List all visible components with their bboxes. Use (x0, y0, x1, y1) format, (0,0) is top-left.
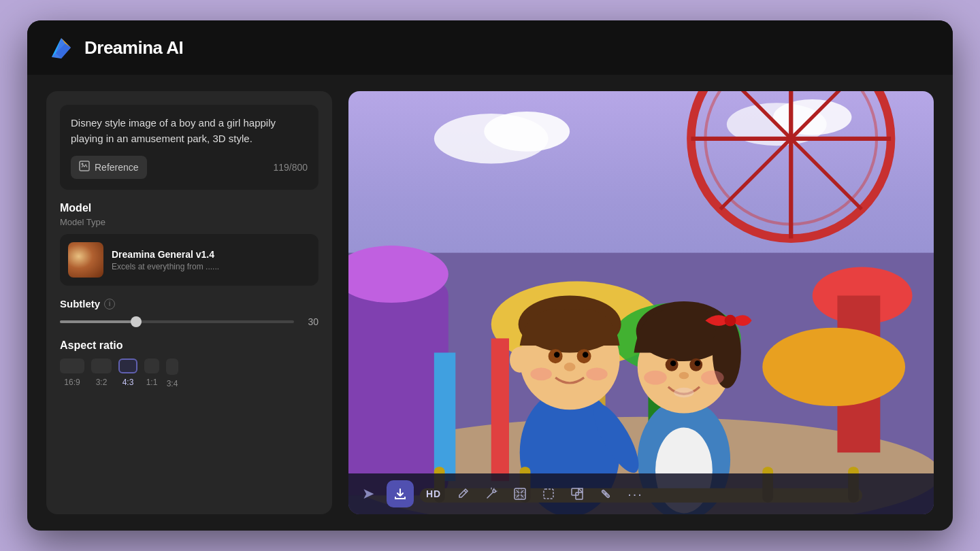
left-panel: Disney style image of a boy and a girl h… (46, 91, 332, 514)
svg-point-4 (484, 112, 570, 152)
model-section: Model Model Type Dreamina General v1.4 E… (60, 202, 318, 286)
svg-rect-15 (348, 282, 448, 496)
crop-button[interactable] (539, 484, 558, 503)
svg-point-34 (510, 347, 529, 373)
char-count: 119/800 (273, 162, 308, 173)
model-card[interactable]: Dreamina General v1.4 Excels at everythi… (60, 234, 318, 286)
svg-point-48 (701, 371, 724, 385)
svg-point-31 (554, 352, 559, 357)
reference-icon (79, 161, 90, 174)
slider-container: 30 (60, 316, 318, 327)
svg-rect-58 (514, 488, 525, 499)
expand-button[interactable] (510, 484, 529, 503)
svg-point-32 (583, 352, 588, 357)
scene-svg (348, 91, 934, 514)
logo-icon (46, 33, 76, 63)
model-info: Dreamina General v1.4 Excels at everythi… (112, 249, 219, 271)
svg-point-45 (679, 372, 689, 379)
svg-rect-24 (434, 352, 455, 481)
magic-wand-button[interactable] (482, 484, 501, 503)
model-thumbnail-inner (68, 242, 103, 278)
model-description: Excels at everything from ...... (112, 262, 219, 271)
download-button[interactable] (387, 480, 414, 507)
svg-rect-60 (572, 488, 578, 495)
model-title: Model (60, 202, 318, 214)
svg-point-23 (762, 328, 905, 406)
svg-point-64 (605, 493, 607, 495)
subtlety-section: Subtlety i 30 (60, 298, 318, 327)
reference-button[interactable]: Reference (71, 156, 147, 179)
aspect-ratio-box-1-1 (144, 358, 159, 373)
svg-point-57 (493, 490, 495, 492)
subtlety-slider-track (60, 320, 294, 323)
aspect-ratio-label-3-4: 3:4 (167, 379, 178, 388)
svg-point-43 (670, 361, 676, 366)
aspect-ratio-label-4-3: 4:3 (122, 378, 134, 387)
aspect-ratio-4-3[interactable]: 4:3 (118, 358, 137, 388)
svg-point-44 (695, 361, 700, 366)
prompt-area: Disney style image of a boy and a girl h… (60, 105, 318, 190)
resize-button[interactable] (568, 484, 587, 503)
aspect-ratio-box-4-3 (118, 358, 137, 373)
subtlety-info-icon[interactable]: i (104, 299, 115, 310)
subtlety-slider-fill (60, 320, 142, 323)
bandage-button[interactable] (596, 484, 615, 503)
svg-rect-61 (576, 492, 583, 499)
image-panel: ➤ HD (348, 91, 934, 514)
svg-point-49 (530, 367, 551, 380)
subtlety-header: Subtlety i (60, 298, 318, 310)
aspect-ratio-box-3-4 (166, 358, 178, 375)
svg-point-33 (564, 363, 576, 371)
subtlety-value: 30 (302, 316, 318, 327)
svg-point-46 (674, 388, 693, 398)
edit-button[interactable] (453, 484, 472, 503)
aspect-ratio-box-3-2 (91, 358, 112, 373)
prompt-text: Disney style image of a boy and a girl h… (71, 116, 308, 146)
aspect-ratio-label-1-1: 1:1 (146, 378, 158, 387)
subtlety-label: Subtlety (60, 298, 100, 310)
hd-button[interactable]: HD (423, 486, 444, 502)
model-type-label: Model Type (60, 217, 318, 227)
svg-rect-59 (544, 489, 553, 499)
aspect-ratio-3-4[interactable]: 3:4 (166, 358, 178, 388)
cursor-icon: ➤ (362, 485, 374, 503)
subtlety-slider-thumb[interactable] (131, 316, 142, 327)
prompt-footer: Reference 119/800 (71, 156, 308, 179)
aspect-ratio-16-9[interactable]: 16:9 (60, 358, 84, 388)
svg-point-40 (725, 315, 736, 327)
more-button[interactable]: ··· (625, 484, 646, 505)
svg-point-47 (644, 371, 667, 385)
model-thumbnail (68, 242, 103, 278)
model-name: Dreamina General v1.4 (112, 249, 219, 260)
aspect-ratio-1-1[interactable]: 1:1 (144, 358, 159, 388)
aspect-ratio-section: Aspect ratio 16:9 3:2 4:3 (60, 339, 318, 388)
aspect-ratio-grid: 16:9 3:2 4:3 1:1 (60, 358, 318, 388)
main-content: Disney style image of a boy and a girl h… (27, 75, 953, 531)
svg-point-50 (586, 367, 607, 380)
svg-point-1 (82, 163, 84, 165)
svg-rect-25 (491, 338, 509, 481)
aspect-ratio-3-2[interactable]: 3:2 (91, 358, 112, 388)
image-toolbar: ➤ HD (348, 473, 934, 514)
scene: ➤ HD (348, 91, 934, 514)
aspect-ratio-label-16-9: 16:9 (64, 378, 80, 387)
app-title: Dreamina AI (84, 37, 183, 59)
aspect-ratio-box-16-9 (60, 358, 84, 373)
reference-label: Reference (95, 162, 139, 173)
aspect-ratio-label-3-2: 3:2 (96, 378, 108, 387)
app-container: Dreamina AI Disney style image of a boy … (27, 20, 953, 531)
aspect-ratio-title: Aspect ratio (60, 339, 318, 352)
header: Dreamina AI (27, 20, 953, 75)
